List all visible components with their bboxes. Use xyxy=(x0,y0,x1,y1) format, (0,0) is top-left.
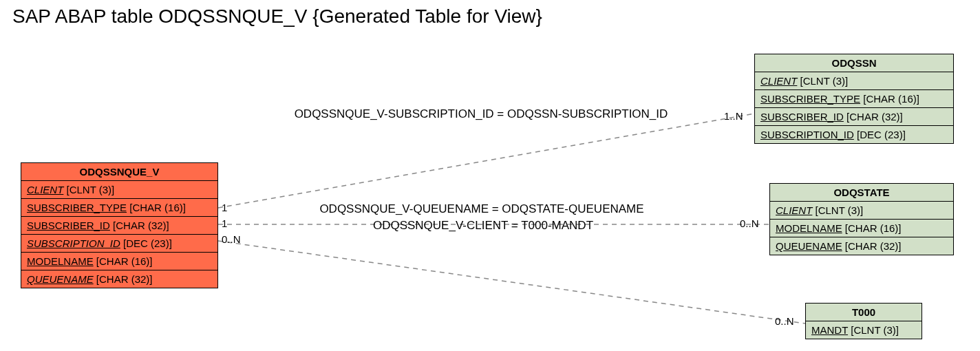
table-field-row: SUBSCRIBER_TYPE [CHAR (16)] xyxy=(755,89,953,107)
field-name: MODELNAME xyxy=(27,255,94,267)
field-name: CLIENT xyxy=(776,204,812,216)
table-field-row: MANDT [CLNT (3)] xyxy=(806,321,922,339)
table-header: ODQSSN xyxy=(755,54,953,72)
table-odqssnque-v: ODQSSNQUE_V CLIENT [CLNT (3)]SUBSCRIBER_… xyxy=(21,162,218,288)
field-name: SUBSCRIPTION_ID xyxy=(27,237,120,249)
table-header: T000 xyxy=(806,304,922,321)
field-name: CLIENT xyxy=(760,75,797,87)
table-field-row: QUEUENAME [CHAR (32)] xyxy=(770,237,953,255)
table-field-row: SUBSCRIBER_TYPE [CHAR (16)] xyxy=(21,198,217,216)
cardinality-right-3: 0..N xyxy=(775,315,794,327)
relation-label-2: ODQSSNQUE_V-QUEUENAME = ODQSTATE-QUEUENA… xyxy=(289,202,674,216)
table-odqssn: ODQSSN CLIENT [CLNT (3)]SUBSCRIBER_TYPE … xyxy=(754,54,954,144)
table-field-row: CLIENT [CLNT (3)] xyxy=(755,72,953,89)
table-field-row: MODELNAME [CHAR (16)] xyxy=(770,219,953,237)
svg-line-2 xyxy=(218,241,805,323)
relation-label-1: ODQSSNQUE_V-SUBSCRIPTION_ID = ODQSSN-SUB… xyxy=(264,107,698,121)
table-field-row: SUBSCRIPTION_ID [DEC (23)] xyxy=(21,234,217,252)
cardinality-right-2: 0..N xyxy=(740,217,759,229)
table-header: ODQSTATE xyxy=(770,184,953,202)
field-name: QUEUENAME xyxy=(776,240,842,252)
field-name: QUEUENAME xyxy=(27,273,94,285)
table-header: ODQSSNQUE_V xyxy=(21,163,217,181)
field-name: SUBSCRIBER_TYPE xyxy=(27,202,127,213)
table-field-row: SUBSCRIBER_ID [CHAR (32)] xyxy=(755,107,953,125)
field-name: CLIENT xyxy=(27,184,63,195)
cardinality-right-1: 1..N xyxy=(724,110,743,122)
table-field-row: CLIENT [CLNT (3)] xyxy=(770,202,953,219)
field-name: MODELNAME xyxy=(776,222,842,234)
field-name: SUBSCRIBER_ID xyxy=(760,111,844,123)
table-field-row: QUEUENAME [CHAR (32)] xyxy=(21,270,217,288)
field-name: SUBSCRIPTION_ID xyxy=(760,129,854,140)
field-name: MANDT xyxy=(811,324,848,336)
cardinality-left-2: 1 xyxy=(222,217,227,229)
table-odqstate: ODQSTATE CLIENT [CLNT (3)]MODELNAME [CHA… xyxy=(769,183,954,255)
table-field-row: SUBSCRIBER_ID [CHAR (32)] xyxy=(21,216,217,234)
field-name: SUBSCRIBER_ID xyxy=(27,220,110,231)
table-t000: T000 MANDT [CLNT (3)] xyxy=(805,303,922,339)
table-field-row: SUBSCRIPTION_ID [DEC (23)] xyxy=(755,125,953,143)
table-field-row: CLIENT [CLNT (3)] xyxy=(21,181,217,198)
table-field-row: MODELNAME [CHAR (16)] xyxy=(21,252,217,270)
relation-label-3: ODQSSNQUE_V-CLIENT = T000-MANDT xyxy=(335,219,631,233)
cardinality-left-1: 1 xyxy=(222,202,227,213)
page-title: SAP ABAP table ODQSSNQUE_V {Generated Ta… xyxy=(12,6,542,28)
field-name: SUBSCRIBER_TYPE xyxy=(760,93,860,105)
cardinality-left-3: 0..N xyxy=(222,233,241,245)
svg-line-0 xyxy=(218,114,754,208)
